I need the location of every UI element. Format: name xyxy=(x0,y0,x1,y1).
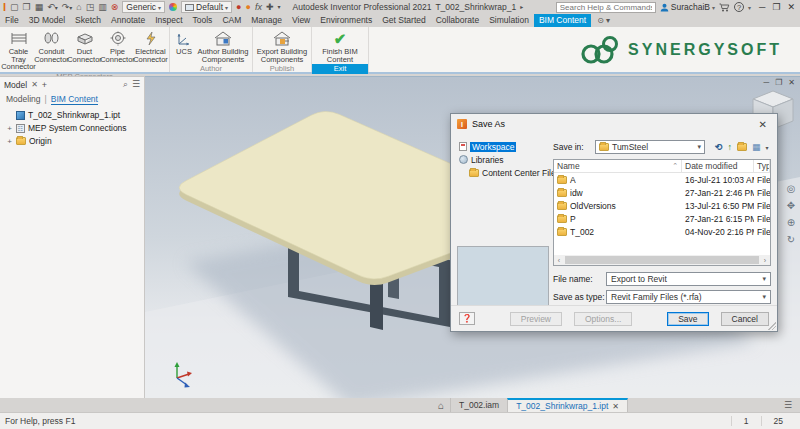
ribbon-tab[interactable]: BIM Content xyxy=(534,14,591,27)
ribbon-tab[interactable]: Get Started xyxy=(377,14,430,27)
pipe-connector-button[interactable]: Pipe Connector xyxy=(102,28,133,63)
ribbon-tab[interactable]: Tools xyxy=(188,14,218,27)
home-tab-icon[interactable]: ⌂ xyxy=(432,398,450,412)
new-folder-icon[interactable] xyxy=(737,143,747,151)
user-account[interactable]: SurachaiB ▾ xyxy=(660,2,715,12)
ribbon-tab[interactable]: Sketch xyxy=(70,14,106,27)
doc-title-arrow-icon[interactable]: ▸ xyxy=(520,1,523,13)
dialog-help-button[interactable]: ❓ xyxy=(459,312,475,325)
save-as-type-select[interactable]: Revit Family Files (*.rfa) ▾ xyxy=(606,290,771,304)
file-row[interactable]: P 27-Jan-21 6:15 PM File xyxy=(554,212,770,225)
expand-icon[interactable]: + xyxy=(6,124,13,133)
doc-minimize-icon[interactable]: ─ xyxy=(763,78,769,87)
ucs-button[interactable]: UCS xyxy=(173,28,195,56)
dialog-title-bar[interactable]: I Save As ✕ xyxy=(451,114,777,134)
ribbon-tab[interactable]: Inspect xyxy=(150,14,187,27)
column-header-name[interactable]: Name ⌃ xyxy=(554,160,682,172)
expand-icon[interactable]: + xyxy=(6,137,13,146)
scroll-left-icon[interactable]: ‹ xyxy=(554,257,564,264)
browser-tab-model[interactable]: Model xyxy=(4,80,27,90)
ribbon-tab[interactable]: Simulation xyxy=(484,14,534,27)
ribbon-tab[interactable]: View xyxy=(287,14,315,27)
cancel-button[interactable]: Cancel xyxy=(721,312,769,326)
cart-icon[interactable] xyxy=(719,3,730,12)
save-in-combo[interactable]: TumSteel ▾ xyxy=(595,140,705,154)
save-icon[interactable]: ▦ xyxy=(35,1,44,13)
dialog-close-icon[interactable]: ✕ xyxy=(755,119,771,130)
file-row[interactable]: T_002 04-Nov-20 2:16 PM File xyxy=(554,225,770,238)
undo-icon[interactable]: ↶▾ xyxy=(47,1,58,14)
browser-search-icon[interactable]: ⌕ xyxy=(123,79,128,90)
conduit-connector-button[interactable]: Conduit Connector xyxy=(36,28,67,63)
help-icon[interactable]: ? xyxy=(734,2,744,12)
sweep-icon[interactable]: ◳ xyxy=(86,1,95,13)
horizontal-scrollbar[interactable]: ‹ › xyxy=(554,255,770,265)
new-file-icon[interactable]: ▢ xyxy=(10,1,19,13)
place-workspace[interactable]: Workspace xyxy=(457,140,549,153)
select-icon[interactable]: ▥ xyxy=(98,1,107,13)
author-building-components-button[interactable]: Author Building Components xyxy=(197,28,249,63)
parameters-fx-icon[interactable]: fx xyxy=(255,1,262,13)
abort-icon[interactable]: ⊗ xyxy=(111,1,119,13)
material-combo[interactable]: Generic ▾ xyxy=(122,1,165,13)
options-button[interactable]: Options... xyxy=(574,312,632,326)
file-name-input[interactable]: Export to Revit ▾ xyxy=(606,272,771,286)
electrical-connector-button[interactable]: Electrical Connector xyxy=(135,28,166,63)
doc-tab-assembly[interactable]: T_002.iam xyxy=(450,398,507,412)
zoom-icon[interactable]: ⊕ xyxy=(787,217,795,228)
preview-button[interactable]: Preview xyxy=(510,312,562,326)
save-button[interactable]: Save xyxy=(667,312,708,326)
doc-restore-icon[interactable]: ❐ xyxy=(775,78,782,87)
search-input[interactable] xyxy=(556,2,656,13)
ribbon-tab[interactable]: Manage xyxy=(246,14,287,27)
ribbon-tab[interactable]: Annotate xyxy=(106,14,150,27)
redo-icon[interactable]: ↷▾ xyxy=(62,1,73,14)
inventor-logo-icon[interactable]: I xyxy=(3,1,6,13)
close-button[interactable]: ✕ xyxy=(787,2,795,12)
duct-connector-button[interactable]: Duct Connector xyxy=(69,28,100,63)
view-menu-icon[interactable]: ▦ xyxy=(752,142,761,152)
mode-tab-bim-content[interactable]: BIM Content xyxy=(51,94,98,105)
resize-grip[interactable] xyxy=(768,322,776,330)
back-folder-icon[interactable]: ⟲ xyxy=(715,142,723,152)
ribbon-tab[interactable]: 3D Model xyxy=(24,14,70,27)
file-row[interactable]: OldVersions 13-Jul-21 6:50 PM File xyxy=(554,199,770,212)
help-menu-caret-icon[interactable]: ▾ xyxy=(748,4,751,11)
ribbon-tab[interactable]: CAM xyxy=(217,14,246,27)
color-wheel-icon[interactable] xyxy=(169,3,177,11)
doc-tab-shrinkwrap[interactable]: T_002_Shrinkwrap_1.ipt ✕ xyxy=(507,398,628,412)
home-view-icon[interactable]: ⌂ xyxy=(76,1,81,13)
ribbon-tab[interactable]: Collaborate xyxy=(431,14,484,27)
export-building-components-button[interactable]: Export Building Components xyxy=(256,28,308,63)
steering-wheel-icon[interactable]: ◎ xyxy=(787,183,796,194)
file-row[interactable]: idw 27-Jan-21 2:46 PM File xyxy=(554,186,770,199)
browser-menu-icon[interactable]: ☰ xyxy=(132,79,140,90)
open-file-icon[interactable]: ❐ xyxy=(23,1,31,13)
minimize-button[interactable]: ─ xyxy=(759,2,765,12)
doc-close-icon[interactable]: ✕ xyxy=(788,78,795,87)
ribbon-tab[interactable]: Environments xyxy=(315,14,377,27)
scrollbar-thumb[interactable] xyxy=(565,256,759,264)
tree-item-part[interactable]: T_002_Shrinkwrap_1.ipt xyxy=(2,110,142,120)
place-content-center-files[interactable]: Content Center Files xyxy=(457,166,549,179)
finish-bim-content-button[interactable]: ✔ Finish BIM Content xyxy=(315,28,365,63)
tab-list-menu-icon[interactable]: ☰ xyxy=(784,398,792,412)
tree-item-mep-connections[interactable]: + ☷ MEP System Connections xyxy=(2,123,142,133)
file-row[interactable]: A 16-Jul-21 10:03 AM File xyxy=(554,173,770,186)
tree-item-origin[interactable]: + Origin xyxy=(2,136,142,146)
tab-close-icon[interactable]: ✕ xyxy=(612,402,619,411)
scroll-right-icon[interactable]: › xyxy=(760,257,770,264)
view-menu-caret-icon[interactable]: ▾ xyxy=(766,144,769,151)
appearance-adjust-icon[interactable]: ● xyxy=(245,1,250,13)
place-libraries[interactable]: Libraries xyxy=(457,153,549,166)
browser-add-tab-icon[interactable]: + xyxy=(42,80,47,90)
ribbon-display-options-icon[interactable]: ⊙ ▾ xyxy=(597,14,610,27)
measure-icon[interactable]: ✚ xyxy=(266,1,274,13)
qat-customize-icon[interactable]: ▾ xyxy=(277,1,280,13)
adjust-icon[interactable]: ● xyxy=(236,1,241,13)
column-header-date[interactable]: Date modified xyxy=(682,160,754,172)
orbit-icon[interactable]: ↻ xyxy=(787,234,795,245)
mode-tab-modeling[interactable]: Modeling xyxy=(6,94,41,104)
column-header-type[interactable]: Typ xyxy=(754,160,770,172)
ribbon-tab[interactable]: File xyxy=(0,14,24,27)
